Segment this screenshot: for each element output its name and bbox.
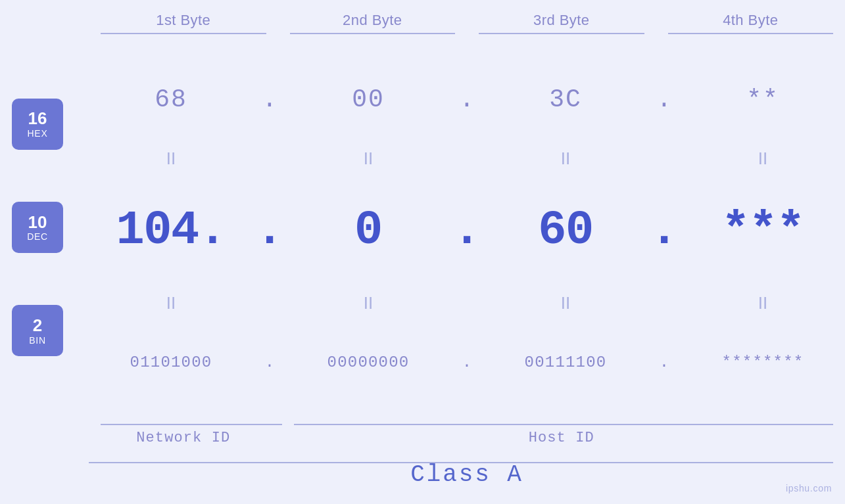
bracket-top-2	[290, 33, 456, 34]
bracket-top-4	[668, 33, 834, 34]
sep-3: . . .	[648, 59, 681, 402]
dot-hex-3: .	[657, 85, 672, 114]
dot-bin-2: .	[462, 354, 471, 371]
watermark: ipshu.com	[786, 483, 832, 493]
sep-1: . . .	[253, 59, 286, 402]
byte-label-2: 2nd Byte	[278, 12, 468, 29]
bin-val-3: 00111100	[525, 354, 607, 371]
eq-2a: II	[364, 149, 373, 169]
eq-4b: II	[758, 293, 767, 313]
value-col-2: 00 II 0 II 00000000	[286, 59, 450, 402]
sep-2: . . .	[450, 59, 483, 402]
dec-badge: 10 DEC	[12, 202, 63, 253]
bin-val-2: 00000000	[327, 354, 410, 371]
dot-dec-2: .	[452, 207, 481, 254]
main-container: 1st Byte 2nd Byte 3rd Byte 4th Byte 16 H…	[0, 0, 845, 504]
eq-1a: II	[166, 149, 176, 169]
dot-hex-2: .	[460, 85, 475, 114]
eq-4a: II	[758, 149, 767, 169]
eq-3a: II	[561, 149, 570, 169]
bracket-host	[294, 424, 833, 425]
class-label: Class A	[89, 461, 845, 488]
dec-val-2: 0	[354, 207, 382, 254]
value-col-1: 68 II 104. II 01101000	[89, 59, 253, 402]
hex-val-2: 00	[352, 85, 384, 114]
bracket-network	[101, 424, 282, 425]
dot-dec-1: .	[255, 207, 283, 254]
dec-val-1: 104.	[116, 207, 226, 254]
eq-2b: II	[364, 293, 373, 313]
dot-hex-1: .	[262, 85, 278, 114]
bin-badge: 2 BIN	[12, 305, 63, 356]
hex-badge-num: 16	[28, 109, 47, 128]
hex-badge: 16 HEX	[12, 99, 63, 150]
bracket-top-3	[479, 33, 644, 34]
bottom-brackets	[89, 424, 845, 425]
dec-badge-num: 10	[28, 213, 47, 232]
dot-bin-1: .	[265, 354, 274, 371]
dec-badge-label: DEC	[27, 231, 48, 242]
host-id-label: Host ID	[278, 430, 846, 446]
bracket-top-1	[101, 33, 266, 34]
bin-val-4: ********	[722, 354, 804, 371]
value-col-3: 3C II 60 II 00111100	[483, 59, 648, 402]
top-brackets	[0, 33, 845, 34]
values-grid: 68 II 104. II 01101000 . . . 00 II 0 II …	[89, 59, 845, 402]
byte-label-3: 3rd Byte	[467, 12, 656, 29]
hex-val-1: 68	[155, 85, 187, 114]
dot-bin-3: .	[660, 354, 669, 371]
bin-val-1: 01101000	[130, 354, 212, 371]
byte-label-1: 1st Byte	[89, 12, 278, 29]
byte-label-4: 4th Byte	[656, 12, 846, 29]
badges-column: 16 HEX 10 DEC 2 BIN	[0, 59, 89, 396]
hex-val-3: 3C	[549, 85, 581, 114]
hex-val-4: **	[746, 85, 779, 114]
dot-dec-3: .	[650, 207, 678, 254]
bin-badge-label: BIN	[29, 335, 45, 346]
bin-badge-num: 2	[33, 316, 42, 335]
id-labels: Network ID Host ID	[89, 430, 845, 446]
dec-val-4: ***	[721, 207, 804, 254]
network-id-label: Network ID	[89, 430, 278, 446]
hex-badge-label: HEX	[28, 128, 48, 139]
byte-headers: 1st Byte 2nd Byte 3rd Byte 4th Byte	[0, 12, 845, 29]
eq-1b: II	[166, 293, 176, 313]
dec-val-3: 60	[538, 207, 593, 254]
eq-3b: II	[561, 293, 570, 313]
value-col-4: ** II *** II ********	[681, 59, 845, 402]
